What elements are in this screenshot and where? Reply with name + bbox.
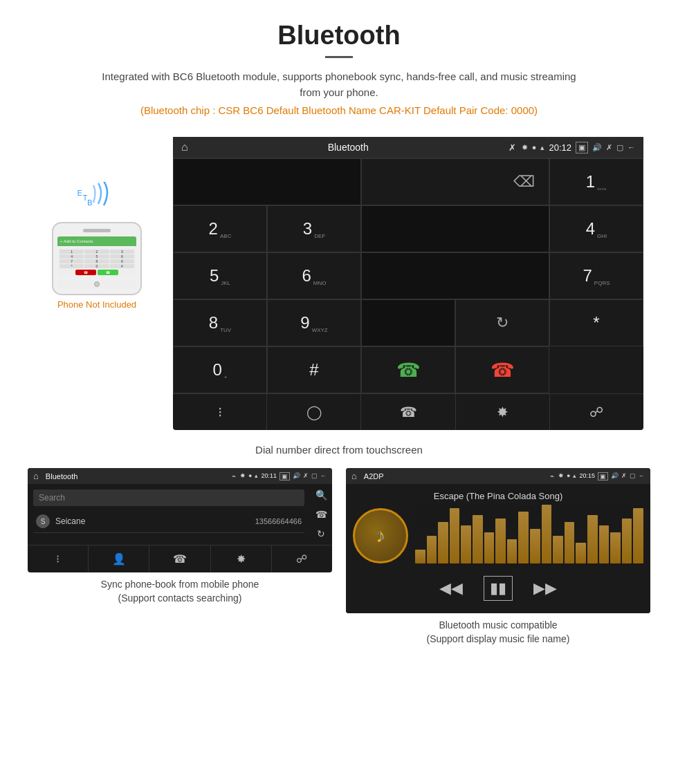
dial-display <box>173 158 361 205</box>
phone-key: * <box>59 264 84 268</box>
bluetooth-specs: (Bluetooth chip : CSR BC6 Default Blueto… <box>14 104 664 116</box>
pb-cam-icon[interactable]: ▣ <box>280 472 290 480</box>
volume-icon[interactable]: 🔊 <box>592 143 602 152</box>
search-placeholder: Search <box>39 493 65 503</box>
phone-key: 8 <box>84 259 109 263</box>
eq-bar <box>576 543 586 563</box>
nav-contacts[interactable]: ◯ <box>267 394 361 430</box>
phone-speaker <box>83 229 111 232</box>
phone-screen: + Add to Contacts <box>57 236 136 246</box>
dial-key-5[interactable]: 5 JKL <box>173 252 267 299</box>
phone-key: # <box>110 264 134 268</box>
refresh-button[interactable]: ↻ <box>455 299 549 346</box>
eq-bar <box>473 515 483 563</box>
contact-avatar: S <box>36 514 50 528</box>
end-call-button[interactable]: ☎ <box>455 346 549 393</box>
wifi-waves-icon <box>90 182 118 209</box>
dial-key-4[interactable]: 4 GHI <box>549 205 643 252</box>
phonebook-sidebar: 🔍 ☎ ↻ <box>310 484 332 545</box>
eq-bar <box>599 525 610 563</box>
phonebook-bottom-nav: ⁝ 👤 ☎ ✸ ☍ <box>28 545 332 572</box>
music-equalizer <box>415 508 643 563</box>
phonebook-block: ⌂ Bluetooth ⌁ ✸ ● ▴ 20:11 ▣ 🔊 ✗ ▢ ← <box>28 468 332 646</box>
link-icon: ☍ <box>589 404 603 420</box>
pb-back-icon[interactable]: ← <box>320 472 327 480</box>
camera-icon[interactable]: ▣ <box>576 142 588 153</box>
refresh-icon: ↻ <box>496 314 508 332</box>
nav-bluetooth-bt[interactable]: ✸ <box>456 394 550 430</box>
music-x-icon[interactable]: ✗ <box>621 472 627 480</box>
dial-key-3[interactable]: 3 DEF <box>267 205 361 252</box>
music-home-icon[interactable]: ⌂ <box>351 471 357 481</box>
dial-key-8[interactable]: 8 TUV <box>173 299 267 346</box>
dial-key-2[interactable]: 2 ABC <box>173 205 267 252</box>
phone-key: 5 <box>84 254 109 259</box>
nav-link[interactable]: ☍ <box>550 394 643 430</box>
eq-bar <box>542 505 552 563</box>
pb-nav-bt[interactable]: ✸ <box>211 545 272 572</box>
eq-bar <box>461 525 471 563</box>
eq-bar <box>610 532 621 563</box>
phone-bottom-bar <box>57 280 136 288</box>
dial-key-1[interactable]: 1 ∾∾ <box>549 158 643 205</box>
call-icon-sidebar[interactable]: ☎ <box>315 509 327 520</box>
next-track-icon[interactable]: ▶▶ <box>533 579 557 597</box>
phone-key: 3 <box>110 250 134 254</box>
phone-icon: ☎ <box>400 404 417 420</box>
dial-empty-3 <box>361 299 455 346</box>
pb-bt-nav-icon: ✸ <box>237 552 246 566</box>
music-cam-icon[interactable]: ▣ <box>598 472 608 480</box>
pb-bt-icon: ✸ <box>240 472 246 480</box>
phonebook-search-bar[interactable]: Search <box>33 489 304 506</box>
close-icon[interactable]: ✗ <box>606 143 612 152</box>
pb-link-icon: ☍ <box>296 552 307 566</box>
prev-track-icon[interactable]: ◀◀ <box>439 579 463 597</box>
music-block: ⌂ A2DP ⌁ ✸ ● ▴ 20:15 ▣ 🔊 ✗ ▢ ← Escape (T… <box>346 468 650 646</box>
pb-nav-contacts[interactable]: 👤 <box>89 545 149 572</box>
dial-statusbar: ⌂ Bluetooth ✗ ✸ ● ▴ 20:12 ▣ 🔊 ✗ ▢ ← <box>173 137 643 158</box>
pb-home-icon[interactable]: ⌂ <box>33 471 39 481</box>
dial-key-star[interactable]: * <box>549 299 643 346</box>
contact-row[interactable]: S Seicane 13566664466 <box>33 510 304 533</box>
backspace-button[interactable]: ⌫ <box>361 158 549 205</box>
title-divider <box>325 56 353 58</box>
pb-nav-phone[interactable]: ☎ <box>149 545 210 572</box>
phone-key: 7 <box>59 259 84 263</box>
music-back-icon[interactable]: ← <box>639 472 645 480</box>
contact-initial: S <box>41 518 46 525</box>
play-pause-icon[interactable]: ▮▮ <box>484 576 513 601</box>
location-icon: ● <box>532 143 537 151</box>
back-icon[interactable]: ← <box>627 143 635 151</box>
pb-nav-link[interactable]: ☍ <box>272 545 332 572</box>
eq-bar <box>495 519 506 563</box>
dial-caption: Dial number direct from touchscreen <box>0 444 678 456</box>
pb-win-icon[interactable]: ▢ <box>311 472 318 480</box>
refresh-icon-sidebar[interactable]: ↻ <box>317 528 325 539</box>
dial-key-7[interactable]: 7 PQRS <box>549 252 643 299</box>
eq-bar <box>415 550 425 563</box>
phonebook-content: Search S Seicane 13566664466 🔍 ☎ <box>28 484 332 545</box>
phone-key: 1 <box>59 250 84 254</box>
eq-bar <box>438 522 448 563</box>
pb-vol-icon[interactable]: 🔊 <box>293 472 300 480</box>
dial-key-9[interactable]: 9 WXYZ <box>267 299 361 346</box>
pb-x-icon[interactable]: ✗ <box>303 472 309 480</box>
nav-phone[interactable]: ☎ <box>361 394 455 430</box>
pb-nav-keypad[interactable]: ⁝ <box>28 545 89 572</box>
home-icon[interactable]: ⌂ <box>181 141 188 153</box>
search-icon-sidebar[interactable]: 🔍 <box>315 489 327 501</box>
bluetooth-nav-icon: ✸ <box>497 404 508 420</box>
dial-key-6[interactable]: 6 MNO <box>267 252 361 299</box>
window-icon[interactable]: ▢ <box>616 143 623 152</box>
dial-key-0[interactable]: 0 + <box>173 346 267 393</box>
eq-bar <box>427 536 437 563</box>
call-green-icon: ☎ <box>396 359 421 382</box>
pb-usb-icon: ⌁ <box>232 472 236 480</box>
music-statusbar: ⌂ A2DP ⌁ ✸ ● ▴ 20:15 ▣ 🔊 ✗ ▢ ← <box>346 468 650 484</box>
dial-key-hash[interactable]: # <box>267 346 361 393</box>
music-vol-icon[interactable]: 🔊 <box>611 472 619 480</box>
nav-keypad[interactable]: ⁝ <box>173 394 267 430</box>
call-button[interactable]: ☎ <box>361 346 455 393</box>
contact-name: Seicane <box>55 516 255 526</box>
music-win-icon[interactable]: ▢ <box>630 472 636 480</box>
